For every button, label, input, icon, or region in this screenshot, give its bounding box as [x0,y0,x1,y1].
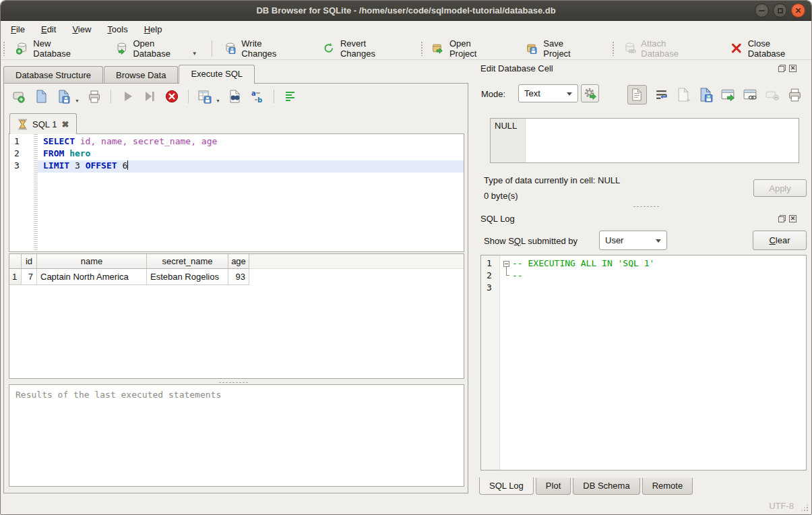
window-title: DB Browser for SQLite - /home/user/code/… [1,1,811,21]
word-wrap-icon[interactable] [654,87,669,102]
sql-editor[interactable]: 1 SELECT id, name, secret_name, age 2 FR… [9,133,464,252]
format-sql-icon[interactable] [283,89,298,104]
cell-size-info: 0 byte(s) [484,191,518,201]
dock-tab-remote[interactable]: Remote [642,478,693,495]
import-data-icon [676,87,691,102]
close-sql-tab-icon[interactable]: ✖ [61,120,69,129]
window-controls: ✕ [755,3,805,18]
dock-tab-bar: SQL Log Plot DB Schema Remote [479,478,693,495]
dock-tab-db-schema[interactable]: DB Schema [573,478,639,495]
corner-header [9,254,22,269]
execute-sql-icon [120,89,135,104]
resize-grip[interactable] [801,504,809,512]
write-changes-icon [224,41,237,55]
column-header-name[interactable]: name [37,254,147,269]
hourglass-icon [18,119,28,130]
print-sql-icon[interactable] [87,89,102,104]
clear-log-button[interactable]: Clear [753,231,807,250]
open-sql-file-icon[interactable] [34,89,49,104]
chevron-down-icon [567,92,572,96]
maximize-button[interactable] [773,3,787,18]
toolbar-handle[interactable] [3,41,5,56]
sql-log-view[interactable]: 1-- EXECUTING ALL IN 'SQL 1' 2-- 3 [480,255,807,471]
write-changes-button[interactable]: Write Changes [218,38,302,59]
cell-name[interactable]: Captain North America [37,269,147,285]
document-icon [630,88,644,102]
sql-document-tab[interactable]: SQL 1 ✖ [9,113,77,134]
new-sql-tab-icon[interactable] [12,89,27,104]
close-button[interactable]: ✕ [791,3,805,18]
save-results-icon[interactable] [197,89,212,104]
save-sql-dropdown-arrow[interactable]: ▼ [75,98,80,103]
menu-file[interactable]: File [3,22,33,37]
open-database-dropdown-arrow[interactable]: ▼ [192,51,197,57]
log-line-3: 3 [481,282,806,295]
dock-splitter[interactable] [633,206,660,208]
save-sql-file-icon[interactable] [57,89,71,104]
column-header-age[interactable]: age [228,254,249,269]
cell-secret-name[interactable]: Esteban Rogelios [147,269,228,285]
apply-button: Apply [753,179,807,197]
tab-execute-sql[interactable]: Execute SQL [179,65,255,84]
stop-execution-icon[interactable] [164,89,179,104]
sql-line-1: 1 SELECT id, name, secret_name, age [9,136,464,148]
cell-editor-toolbar [627,85,803,104]
menu-edit[interactable]: Edit [33,22,64,37]
log-line-2: 2-- [481,270,806,282]
sql-editor-toolbar: ▼ ▼ ab [12,89,298,104]
text-cursor [127,160,128,170]
minimize-button[interactable] [755,3,769,18]
float-dock-icon[interactable] [778,65,786,72]
close-dock-icon[interactable]: ✕ [789,65,797,72]
encoding-indicator: UTF-8 [769,501,794,511]
mode-select[interactable]: Text [518,84,578,102]
close-database-button[interactable]: Close Database [724,38,812,59]
menu-view[interactable]: View [64,22,99,37]
cell-age[interactable]: 93 [228,269,249,285]
chevron-down-icon [656,239,661,243]
app-window: DB Browser for SQLite - /home/user/code/… [0,0,812,515]
find-icon[interactable] [228,89,243,104]
horizontal-splitter[interactable] [218,382,248,384]
tab-database-structure[interactable]: Database Structure [3,66,103,84]
menu-tools[interactable]: Tools [99,22,135,37]
log-filter-select[interactable]: User [599,231,667,250]
tab-browse-data[interactable]: Browse Data [104,66,178,84]
column-header-secret-name[interactable]: secret_name [147,254,228,269]
auto-switch-mode-button[interactable] [581,84,599,102]
results-grid[interactable]: id name secret_name age 1 7 Captain Nort… [9,253,464,379]
sql-line-2: 2 FROM hero [9,148,464,160]
menu-help[interactable]: Help [136,22,170,37]
cell-id[interactable]: 7 [22,269,37,285]
text-mode-toggle[interactable] [627,85,647,104]
open-project-button[interactable]: Open Project [425,38,503,59]
log-filter-label: Show SQL submitted by [484,236,577,246]
dock-tab-plot[interactable]: Plot [536,478,571,495]
print-cell-icon[interactable] [787,87,803,102]
close-icon: ✕ [794,7,801,15]
save-project-button[interactable]: Save Project [520,38,596,59]
sql-tab-label: SQL 1 [32,119,57,129]
sql-line-3: 3 LIMIT 3 OFFSET 6 [9,160,464,173]
replace-icon[interactable]: ab [250,89,265,104]
cell-value-editor[interactable]: NULL [490,118,799,163]
titlebar: DB Browser for SQLite - /home/user/code/… [1,1,811,21]
column-header-id[interactable]: id [22,254,37,269]
close-dock-icon[interactable]: ✕ [789,215,797,222]
edit-cell-dock-title: Edit Database Cell [480,63,553,73]
new-database-button[interactable]: New Database [9,38,93,59]
open-database-button[interactable]: Open Database ▼ [109,38,204,59]
log-line-1: 1-- EXECUTING ALL IN 'SQL 1' [481,258,806,270]
float-dock-icon[interactable] [778,215,786,222]
row-header[interactable]: 1 [9,269,22,285]
export-data-icon[interactable] [698,87,714,102]
revert-changes-button[interactable]: Revert Changes [316,38,405,59]
execute-to-cursor-icon [142,89,157,104]
gear-arrow-icon [583,86,597,100]
copy-link-icon[interactable] [743,87,758,102]
results-message-box[interactable]: Results of the last executed statements [9,384,464,487]
dock-tab-sql-log[interactable]: SQL Log [479,477,534,495]
main-toolbar: New Database Open Database ▼ Write Chang… [1,37,812,60]
open-in-external-icon[interactable] [720,87,736,102]
save-results-dropdown-arrow[interactable]: ▼ [216,98,220,103]
